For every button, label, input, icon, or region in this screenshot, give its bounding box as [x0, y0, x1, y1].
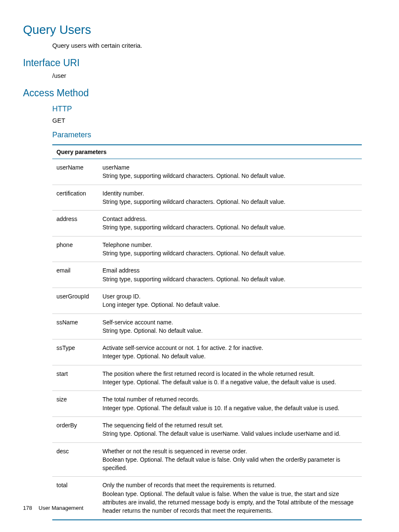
param-desc: Activate self-service account or not. 1 … — [98, 339, 362, 365]
http-heading: HTTP — [52, 105, 361, 113]
parameters-heading: Parameters — [52, 131, 361, 139]
param-name: orderBy — [52, 416, 98, 442]
param-desc-line2: String type, supporting wildcard charact… — [102, 275, 358, 283]
param-desc-line1: The position where the first returned re… — [102, 370, 358, 378]
param-name: size — [52, 391, 98, 417]
param-desc: The position where the first returned re… — [98, 365, 362, 391]
param-desc-line2: String type, supporting wildcard charact… — [102, 198, 358, 206]
table-header: Query parameters — [52, 145, 362, 159]
interface-uri-value: /user — [52, 71, 361, 80]
page-title: Query Users — [23, 23, 361, 37]
param-desc-line1: The sequencing field of the returned res… — [102, 421, 358, 429]
param-desc-line1: Telephone number. — [102, 241, 358, 249]
param-name: userName — [52, 159, 98, 185]
param-desc: The total number of returned records.Int… — [98, 391, 362, 417]
page-description: Query users with certain criteria. — [52, 41, 361, 50]
param-desc-line1: Activate self-service account or not. 1 … — [102, 344, 358, 352]
interface-uri-heading: Interface URI — [23, 57, 361, 69]
param-name: desc — [52, 442, 98, 477]
param-desc-line1: Self-service account name. — [102, 318, 358, 326]
param-desc-line2: Boolean type. Optional. The default valu… — [102, 490, 358, 515]
param-desc: Identity number.String type, supporting … — [98, 185, 362, 211]
access-method-heading: Access Method — [23, 87, 361, 99]
param-desc-line1: Contact address. — [102, 215, 358, 223]
table-row: ssTypeActivate self-service account or n… — [52, 339, 362, 365]
param-desc-line2: String type, supporting wildcard charact… — [102, 249, 358, 257]
param-desc-line1: Identity number. — [102, 189, 358, 198]
footer-section: User Management — [38, 505, 83, 511]
param-desc: Contact address.String type, supporting … — [98, 211, 362, 236]
param-desc: Email addressString type, supporting wil… — [98, 262, 362, 288]
param-desc: Self-service account name.String type. O… — [98, 314, 362, 339]
param-desc: User group ID.Long integer type. Optiona… — [98, 288, 362, 314]
table-row: certificationIdentity number.String type… — [52, 185, 362, 211]
table-row: userGroupIdUser group ID.Long integer ty… — [52, 288, 362, 314]
param-desc-line1: Only the number of records that meet the… — [102, 481, 358, 489]
table-row: sizeThe total number of returned records… — [52, 391, 362, 417]
http-value: GET — [52, 116, 361, 125]
param-desc-line2: Integer type. Optional. The default valu… — [102, 404, 358, 412]
table-row: phoneTelephone number.String type, suppo… — [52, 236, 362, 262]
table-row: descWhether or not the result is sequenc… — [52, 442, 362, 477]
table-row: startThe position where the first return… — [52, 365, 362, 391]
param-desc-line1: User group ID. — [102, 292, 358, 301]
table-row: emailEmail addressString type, supportin… — [52, 262, 362, 288]
param-desc-line2: String type. Optional. No default value. — [102, 326, 358, 335]
param-name: address — [52, 211, 98, 236]
param-desc: Telephone number.String type, supporting… — [98, 236, 362, 262]
param-desc-line1: userName — [102, 163, 358, 172]
param-desc-line2: Integer type. Optional. No default value… — [102, 352, 358, 360]
param-desc: The sequencing field of the returned res… — [98, 416, 362, 442]
param-desc: Whether or not the result is sequenced i… — [98, 442, 362, 477]
param-desc-line2: String type, supporting wildcard charact… — [102, 223, 358, 231]
param-desc-line2: String type, supporting wildcard charact… — [102, 172, 358, 180]
param-name: certification — [52, 185, 98, 211]
parameters-table: Query parameters userNameuserNameString … — [52, 144, 362, 520]
param-name: start — [52, 365, 98, 391]
table-row: orderByThe sequencing field of the retur… — [52, 416, 362, 442]
param-name: ssName — [52, 314, 98, 339]
param-desc-line1: Email address — [102, 266, 358, 275]
param-desc: Only the number of records that meet the… — [98, 477, 362, 520]
param-name: userGroupId — [52, 288, 98, 314]
param-desc-line2: Long integer type. Optional. No default … — [102, 301, 358, 309]
param-desc: userNameString type, supporting wildcard… — [98, 159, 362, 185]
param-name: email — [52, 262, 98, 288]
table-row: totalOnly the number of records that mee… — [52, 477, 362, 520]
table-row: userNameuserNameString type, supporting … — [52, 159, 362, 185]
table-row: ssNameSelf-service account name.String t… — [52, 314, 362, 339]
param-desc-line2: Integer type. Optional. The default valu… — [102, 378, 358, 386]
page-number: 178 — [23, 505, 32, 511]
param-desc-line2: String type. Optional. The default value… — [102, 429, 358, 438]
param-desc-line1: The total number of returned records. — [102, 395, 358, 403]
param-name: total — [52, 477, 98, 520]
param-name: ssType — [52, 339, 98, 365]
param-name: phone — [52, 236, 98, 262]
page-footer: 178 User Management — [23, 505, 83, 511]
table-row: addressContact address.String type, supp… — [52, 211, 362, 236]
param-desc-line2: Boolean type. Optional. The default valu… — [102, 455, 358, 473]
param-desc-line1: Whether or not the result is sequenced i… — [102, 447, 358, 455]
